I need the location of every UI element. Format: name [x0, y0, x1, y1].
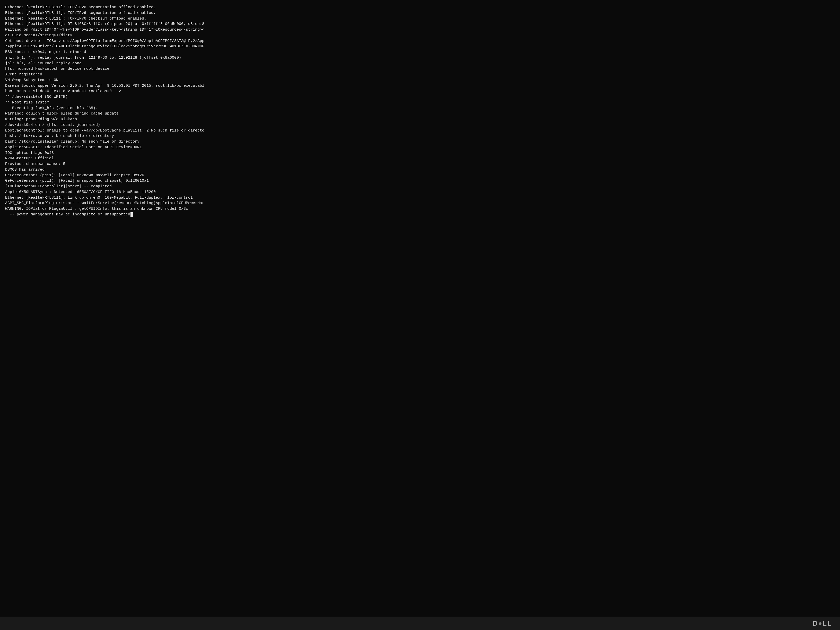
- terminal-line: Got boot device = IOService:/AppleACPIPl…: [5, 38, 835, 44]
- terminal-cursor: [131, 212, 133, 217]
- terminal-line: Ethernet [RealtekRTL8111]: TCP/IPv6 segm…: [5, 5, 835, 10]
- terminal-line: ACPI_SMC_PlatformPlugin::start - waitFor…: [5, 201, 835, 206]
- dell-logo: D♦LL: [813, 619, 832, 627]
- terminal-line: VM Swap Subsystem is ON: [5, 77, 835, 83]
- terminal-line: -- power management may be incomplete or…: [5, 212, 835, 218]
- terminal-line: BSD root: disk0s4, major 1, minor 4: [5, 49, 835, 55]
- terminal-line: bash: /etc/rc.installer_cleanup: No such…: [5, 139, 835, 145]
- terminal-line: WARNING: IOPlatformPluginUtil : getCPUID…: [5, 206, 835, 212]
- terminal-line: Darwin Bootstrapper Version 2.0.2: Thu A…: [5, 83, 835, 89]
- terminal-line: Previous shutdown cause: 5: [5, 161, 835, 167]
- terminal-line: GeForceSensors (pci1): [Fatal] unsupport…: [5, 178, 835, 184]
- terminal-line: jnl: b(1, 4): replay_journal: from: 1214…: [5, 55, 835, 61]
- terminal-screen: Ethernet [RealtekRTL8111]: TCP/IPv6 segm…: [0, 0, 840, 617]
- terminal-line: /AppleAHCIDiskDriver/IOAHCIBlockStorageD…: [5, 44, 835, 49]
- terminal-line: NVDAStartup: Official: [5, 156, 835, 161]
- terminal-line: bash: /etc/rc.server: No such file or di…: [5, 133, 835, 139]
- terminal-line: boot-args = slide=0 kext-dev-mode=1 root…: [5, 88, 835, 94]
- terminal-line: Apple16X50UARTSync1: Detected 16550AF/C/…: [5, 189, 835, 195]
- terminal-line-text: -- power management may be incomplete or…: [5, 212, 130, 218]
- terminal-line: Ethernet [RealtekRTL8111]: TCP/IPv6 segm…: [5, 10, 835, 16]
- terminal-line: Ethernet [RealtekRTL8111]: Link up on en…: [5, 195, 835, 201]
- terminal-output: Ethernet [RealtekRTL8111]: TCP/IPv6 segm…: [5, 5, 835, 218]
- terminal-line: Executing fsck_hfs (version hfs-285).: [5, 106, 835, 111]
- terminal-line: Waiting on <dict ID="0"><key>IOProviderC…: [5, 27, 835, 33]
- terminal-line: Ethernet [RealtekRTL8111]: RTL8168G/8111…: [5, 21, 835, 27]
- terminal-line: ** /dev/rdisk0s4 (NO WRITE): [5, 94, 835, 100]
- terminal-line: XCPM: registered: [5, 72, 835, 77]
- terminal-line: jnl: b(1, 4): journal replay done.: [5, 61, 835, 66]
- terminal-line: [IOBluetoothHCIController][start] -- com…: [5, 184, 835, 189]
- bottom-bar: D♦LL: [0, 617, 840, 630]
- terminal-line: Warning: proceeding w/o DiskArb: [5, 117, 835, 122]
- terminal-line: ** Root file system: [5, 100, 835, 106]
- terminal-line: DSMOS has arrived: [5, 167, 835, 173]
- terminal-line: ot-uuid-media</string></dict>: [5, 33, 835, 38]
- terminal-line: /dev/disk0s4 on / (hfs, local, journaled…: [5, 122, 835, 128]
- terminal-line: Ethernet [RealtekRTL8111]: TCP/IPv6 chec…: [5, 16, 835, 22]
- terminal-line: Apple16X50ACPI1: Identified Serial Port …: [5, 145, 835, 150]
- terminal-line: GeForceSensors (pci1): [Fatal] unknown M…: [5, 173, 835, 178]
- terminal-line: IOGraphics flags 0x43: [5, 150, 835, 156]
- terminal-line: Warning: couldn't block sleep during cac…: [5, 111, 835, 117]
- terminal-line: BootCacheControl: Unable to open /var/db…: [5, 128, 835, 134]
- terminal-line: hfs: mounted Hackintosh on device root_d…: [5, 66, 835, 72]
